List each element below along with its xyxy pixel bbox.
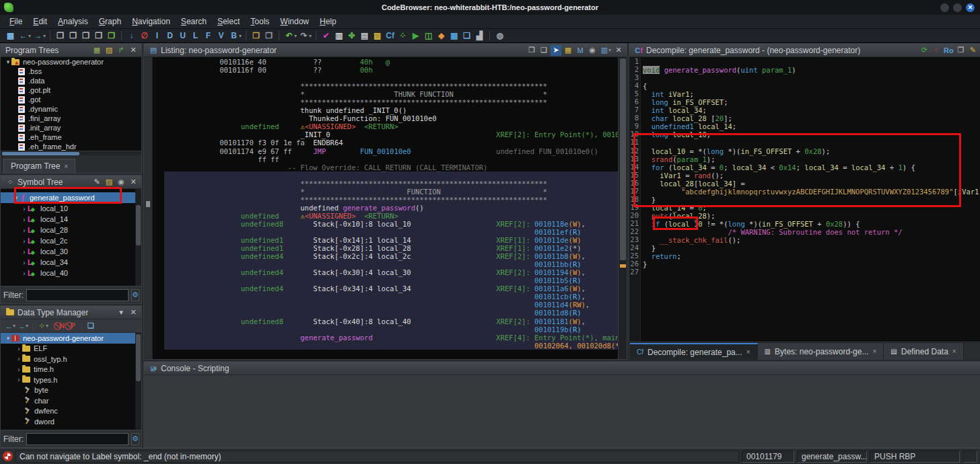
decompile-line[interactable]: __stack_chk_fail(); — [641, 236, 980, 244]
listing-line[interactable]: 001011d4(RW), — [164, 301, 627, 309]
dropdown-caret-icon[interactable]: ▾ — [43, 33, 46, 39]
listing-line[interactable]: ****************************************… — [164, 98, 618, 106]
import-file-icon[interactable]: ❐ — [80, 30, 92, 42]
camera-icon[interactable]: ◉ — [116, 177, 127, 188]
folder-arrow-icon[interactable]: ▨ — [104, 177, 114, 188]
menu-select[interactable]: Select — [212, 15, 245, 28]
listing-line[interactable]: undefined1 Stack[-0x28]:1 local_28 XREF[… — [164, 244, 627, 252]
symbol-tree-header[interactable]: ⁘ Symbol Tree ✎▨◉✕ — [1, 176, 141, 189]
audio-icon[interactable]: ◍ — [494, 30, 505, 42]
tree-root-neo-password-generator[interactable]: ▾neo-password-generator — [1, 57, 141, 67]
dropdown-caret-icon[interactable]: ▾ — [309, 33, 312, 39]
data-type-manager-header[interactable]: Data Type Manager ▾ ✕ — [1, 306, 141, 319]
tab-program-tree[interactable]: Program Tree × — [3, 159, 75, 173]
menu-graph[interactable]: Graph — [94, 15, 127, 28]
caret-down-icon[interactable]: ▾ — [116, 307, 127, 318]
decompile-line[interactable]: local_28[local_34] = — [641, 180, 980, 188]
snapshot-icon[interactable]: ◉ — [587, 45, 598, 56]
filter-arrays-icon[interactable]: ⃠N — [57, 321, 67, 331]
symbol-tree-vscrollbar[interactable] — [135, 189, 141, 286]
listing-view[interactable]: 0010116e 40 ?? 40h @ 0010116f 00 ?? 00h … — [144, 57, 627, 359]
open-program-icon[interactable]: ❐ — [93, 30, 104, 42]
decompile-line[interactable]: iVar1 = rand(); — [641, 171, 980, 180]
tab-close-icon[interactable]: × — [952, 348, 956, 355]
tab-close-icon[interactable]: × — [64, 163, 68, 170]
symbol-tree-filter-input[interactable] — [26, 289, 129, 301]
filter-options-icon[interactable]: ⚙ — [131, 433, 139, 445]
diamond-icon[interactable]: ◆ — [435, 30, 447, 42]
close-icon[interactable]: ✕ — [128, 177, 139, 188]
dtm-folder-ossl_typh[interactable]: ›ossl_typ.h — [1, 354, 141, 364]
dropdown-caret-icon[interactable]: ▾ — [294, 33, 297, 39]
menu-tools[interactable]: Tools — [245, 15, 275, 28]
decompile-line[interactable]: undefined1 local_14; — [641, 122, 980, 130]
data-b-icon[interactable]: B — [228, 30, 240, 42]
clear-code-icon[interactable]: ∅ — [139, 30, 150, 42]
listing-line[interactable]: undefined ⚠<UNASSIGNED> <RETURN> — [164, 122, 618, 130]
back-icon[interactable]: ← — [18, 30, 29, 42]
decompile-line[interactable]: return; — [641, 252, 980, 260]
decompile-line[interactable] — [641, 268, 980, 276]
listing-line[interactable]: 00101170 f3 0f 1e fa ENDBR64 — [164, 139, 618, 147]
function-graph-icon[interactable]: ◫ — [423, 30, 434, 42]
clover-icon[interactable]: ✤ — [346, 30, 357, 42]
dtm-filter-input[interactable] — [26, 433, 129, 445]
go-to-icon[interactable]: ↓ — [126, 30, 137, 42]
menu-navigation[interactable]: Navigation — [127, 15, 176, 28]
listing-line[interactable]: 001011cb(R), — [164, 293, 627, 301]
tree-item-init_array[interactable]: .init_array — [1, 123, 141, 132]
decompile-line[interactable]: int iVar1; — [641, 90, 980, 98]
decompile-line[interactable]: srand(param_1); — [641, 155, 980, 163]
decompile-line[interactable]: long in_FS_OFFSET; — [641, 98, 980, 106]
symbol-item-local_40[interactable]: ›L◆local_40 — [1, 268, 141, 278]
data-f-icon[interactable]: F — [203, 30, 214, 42]
listing-line[interactable]: _INIT_0 XREF[2]: Entry Point(*), 00103dd… — [164, 130, 618, 139]
forward-icon[interactable]: → — [32, 30, 44, 42]
menu-analysis[interactable]: Analysis — [53, 15, 94, 28]
filter-pointers-icon[interactable]: ⃠P — [68, 321, 77, 331]
listing-line[interactable]: thunk undefined _INIT_0() — [164, 106, 618, 114]
forward-icon[interactable]: → — [17, 321, 26, 331]
listing-line[interactable]: undefined4 Stack[-0x30]:4 local_30 XREF[… — [164, 268, 627, 276]
new-window-icon[interactable]: ❏ — [461, 30, 473, 42]
conflict-mode-icon[interactable]: ⁘ — [37, 321, 46, 331]
menu-search[interactable]: Search — [176, 15, 212, 28]
filter-options-icon[interactable]: ⚙ — [131, 289, 139, 301]
listing-line[interactable]: 0010116e 40 ?? 40h @ — [164, 58, 618, 66]
cursor-location-icon[interactable]: ➤ — [551, 45, 561, 56]
register-icon[interactable]: ❒ — [263, 30, 275, 42]
listing-line[interactable]: 00101174 e9 67 ff JMP FUN_001010e0 undef… — [164, 147, 618, 155]
save-icon[interactable]: ▦ — [5, 30, 16, 42]
decompile-line[interactable]: int local_34; — [641, 106, 980, 114]
symbol-item-generate_password[interactable]: ▾fgenerate_password — [1, 192, 141, 203]
listing-line[interactable]: ****************************************… — [164, 82, 618, 90]
close-icon[interactable]: ✕ — [128, 45, 139, 56]
edit-fields-icon[interactable]: ▦ — [563, 45, 573, 56]
listing-view-icon[interactable]: ▦ — [448, 30, 460, 42]
listing-line[interactable]: ****************************************… — [164, 180, 627, 188]
decompile-line[interactable]: void generate_password(uint param_1) — [641, 66, 980, 74]
tree-item-eh_frame_hdr[interactable]: .eh_frame_hdr — [1, 142, 141, 151]
decompile-header[interactable]: Cf Decompile: generate_password - (neo-p… — [629, 44, 980, 57]
call-tree-icon[interactable]: ⁘ — [397, 30, 409, 42]
decompile-line[interactable] — [641, 139, 980, 147]
decompile-line[interactable] — [641, 58, 980, 66]
edit-icon[interactable]: ✎ — [92, 177, 102, 188]
listing-line[interactable]: undefined8 Stack[-0x40]:8 local_40 XREF[… — [164, 317, 627, 325]
dtm-vscrollbar[interactable] — [135, 333, 141, 430]
close-icon[interactable]: ✕ — [128, 307, 139, 318]
listing-line[interactable]: undefined ⚠<UNASSIGNED> <RETURN> — [164, 212, 627, 220]
symbol-item-local_30[interactable]: ›L◆local_30 — [1, 246, 141, 257]
dtm-folder-timeh[interactable]: ›time.h — [1, 364, 141, 375]
decompile-line[interactable]: } — [641, 196, 980, 204]
table-edit-icon[interactable]: ▦ — [92, 45, 102, 56]
export-tree-icon[interactable]: ↱ — [116, 45, 127, 56]
validate-icon[interactable]: ✔ — [320, 30, 332, 42]
listing-line[interactable]: 001011bb(R) — [164, 260, 627, 268]
listing-line[interactable]: undefined4 Stack[-0x34]:4 local_34 XREF[… — [164, 284, 627, 293]
tab-close-icon[interactable]: × — [872, 348, 876, 355]
undo-icon[interactable]: ↶ — [283, 30, 295, 42]
decompile-line[interactable]: if (local_10 != *(long *)(in_FS_OFFSET +… — [641, 220, 980, 228]
decompile-line[interactable]: { — [641, 82, 980, 90]
listing-line[interactable]: * THUNK FUNCTION * — [164, 90, 618, 98]
